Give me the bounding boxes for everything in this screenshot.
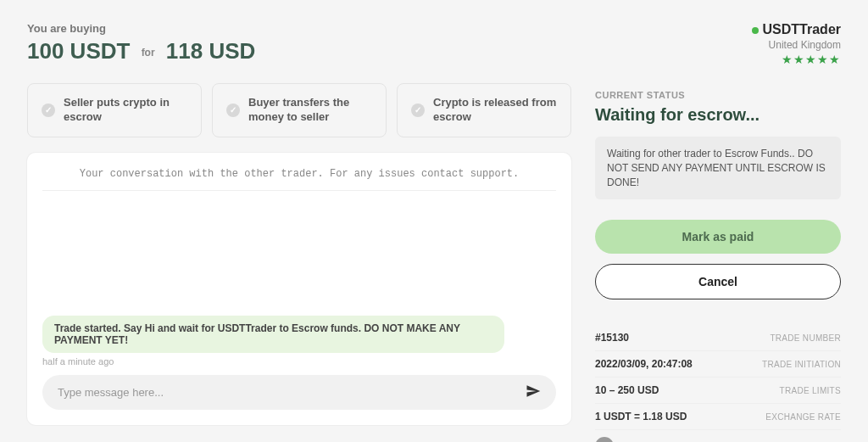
chat-panel: Your conversation with the other trader.… (27, 153, 571, 425)
for-label: for (142, 47, 155, 59)
detail-row-initiation: 2022/03/09, 20:47:08 TRADE INITIATION (595, 351, 841, 378)
check-icon: ✓ (42, 104, 55, 117)
buy-summary: You are buying 100 USDT for 118 USD (27, 22, 255, 64)
mark-as-paid-button[interactable]: Mark as paid (595, 220, 841, 254)
you-are-buying-label: You are buying (27, 22, 255, 35)
detail-value: #15130 (595, 332, 629, 344)
detail-row-trade-number: #15130 TRADE NUMBER (595, 325, 841, 351)
step-text: Buyer transfers the money to seller (248, 96, 372, 125)
detail-value: 1 USDT = 1.18 USD (595, 411, 687, 422)
detail-value: P (595, 437, 614, 442)
step-text: Crypto is released from escrow (433, 96, 557, 125)
trader-country: United Kingdom (595, 39, 841, 51)
steps-row: ✓ Seller puts crypto in escrow ✓ Buyer t… (27, 83, 571, 137)
chat-timestamp: half a minute ago (42, 356, 556, 366)
step-card-transfer: ✓ Buyer transfers the money to seller (212, 83, 387, 137)
detail-label: EXCHANGE RATE (765, 412, 841, 422)
step-text: Seller puts crypto in escrow (64, 96, 187, 125)
step-card-release: ✓ Crypto is released from escrow (397, 83, 571, 137)
trader-block[interactable]: USDTTrader United Kingdom ★★★★★ (595, 22, 841, 66)
chat-input[interactable] (58, 386, 517, 399)
step-card-escrow: ✓ Seller puts crypto in escrow (27, 83, 202, 137)
amount-line: 100 USDT for 118 USD (27, 38, 255, 64)
check-icon: ✓ (226, 104, 240, 117)
check-icon: ✓ (411, 104, 425, 117)
detail-label: TRADE INITIATION (762, 360, 841, 369)
cancel-button[interactable]: Cancel (595, 264, 841, 299)
status-heading: Waiting for escrow... (595, 105, 841, 125)
detail-label: TRADE LIMITS (780, 386, 842, 395)
escrow-warning: Waiting for other trader to Escrow Funds… (595, 137, 841, 199)
detail-row-payment: P PAYMENT METHOD (595, 430, 841, 442)
online-indicator-icon (752, 27, 759, 34)
chat-input-row (42, 375, 556, 410)
chat-message: Trade started. Say Hi and wait for USDTT… (42, 316, 504, 353)
detail-row-rate: 1 USDT = 1.18 USD EXCHANGE RATE (595, 404, 841, 430)
paypal-icon: P (595, 437, 614, 442)
crypto-amount: 100 USDT (27, 38, 130, 64)
trader-name: USDTTrader (595, 22, 841, 37)
send-icon[interactable] (526, 383, 541, 401)
chat-intro-text: Your conversation with the other trader.… (42, 168, 556, 191)
detail-label: TRADE NUMBER (770, 333, 841, 343)
detail-value: 10 – 250 USD (595, 384, 659, 396)
rating-stars: ★★★★★ (595, 53, 841, 66)
fiat-amount: 118 USD (166, 38, 256, 64)
detail-row-limits: 10 – 250 USD TRADE LIMITS (595, 378, 841, 404)
status-label: CURRENT STATUS (595, 90, 841, 100)
chat-messages[interactable]: Trade started. Say Hi and wait for USDTT… (42, 191, 556, 375)
trade-details: #15130 TRADE NUMBER 2022/03/09, 20:47:08… (595, 325, 841, 442)
detail-value: 2022/03/09, 20:47:08 (595, 358, 693, 370)
